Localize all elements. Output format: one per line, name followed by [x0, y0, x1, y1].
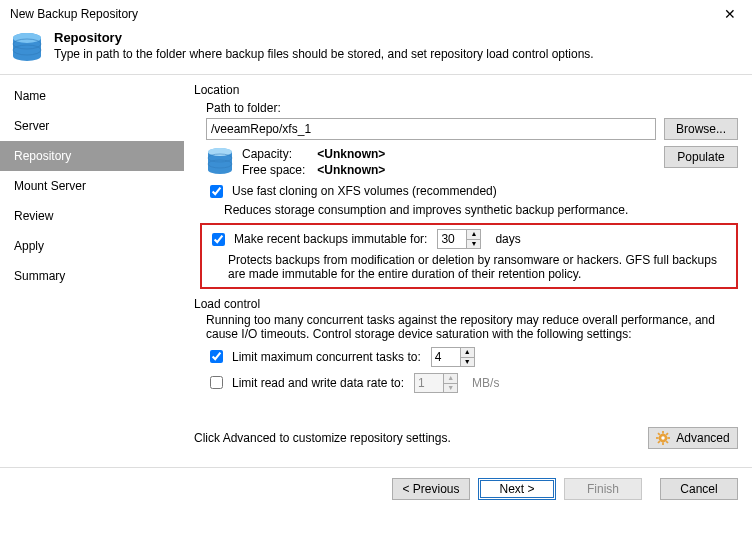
spin-down-icon: ▼ — [444, 384, 457, 393]
svg-point-1 — [13, 33, 41, 43]
page-title: Repository — [54, 30, 594, 45]
spin-up-icon: ▲ — [444, 374, 457, 384]
wizard-nav: Name Server Repository Mount Server Revi… — [0, 75, 184, 467]
close-icon[interactable]: ✕ — [718, 6, 742, 22]
nav-item-name[interactable]: Name — [0, 81, 184, 111]
cancel-button[interactable]: Cancel — [660, 478, 738, 500]
load-section-label: Load control — [194, 297, 738, 311]
fast-clone-label: Use fast cloning on XFS volumes (recomme… — [232, 184, 497, 198]
limit-tasks-stepper[interactable]: ▲ ▼ — [431, 347, 475, 367]
limit-rate-label: Limit read and write data rate to: — [232, 376, 404, 390]
fast-clone-checkbox[interactable] — [210, 185, 223, 198]
advanced-button-label: Advanced — [676, 430, 729, 446]
limit-rate-stepper: ▲ ▼ — [414, 373, 458, 393]
immutable-label: Make recent backups immutable for: — [234, 232, 427, 246]
svg-rect-12 — [656, 437, 659, 439]
content-pane: Location Path to folder: Browse... Capac… — [184, 75, 752, 467]
wizard-header: Repository Type in path to the folder wh… — [0, 26, 752, 74]
path-input[interactable] — [206, 118, 656, 140]
svg-rect-10 — [662, 431, 664, 434]
freespace-label: Free space: — [242, 162, 314, 178]
nav-item-review[interactable]: Review — [0, 201, 184, 231]
capacity-value: <Unknown> — [317, 147, 385, 161]
nav-item-apply[interactable]: Apply — [0, 231, 184, 261]
next-button[interactable]: Next > — [478, 478, 556, 500]
fast-clone-desc: Reduces storage consumption and improves… — [224, 203, 738, 217]
immutable-checkbox[interactable] — [212, 233, 225, 246]
limit-tasks-label: Limit maximum concurrent tasks to: — [232, 350, 421, 364]
immutable-desc: Protects backups from modification or de… — [228, 253, 730, 281]
repository-icon — [10, 30, 44, 64]
nav-item-server[interactable]: Server — [0, 111, 184, 141]
svg-point-9 — [662, 436, 666, 440]
capacity-label: Capacity: — [242, 146, 314, 162]
nav-item-mount-server[interactable]: Mount Server — [0, 171, 184, 201]
limit-tasks-checkbox[interactable] — [210, 350, 223, 363]
populate-button[interactable]: Populate — [664, 146, 738, 168]
limit-rate-checkbox[interactable] — [210, 376, 223, 389]
load-desc: Running too many concurrent tasks agains… — [206, 313, 738, 341]
previous-button[interactable]: < Previous — [392, 478, 470, 500]
spin-up-icon[interactable]: ▲ — [467, 230, 480, 240]
limit-rate-unit: MB/s — [472, 376, 499, 390]
svg-rect-11 — [662, 442, 664, 445]
gear-icon — [656, 431, 670, 445]
spin-up-icon[interactable]: ▲ — [461, 348, 474, 358]
svg-rect-13 — [668, 437, 671, 439]
path-label: Path to folder: — [206, 101, 738, 115]
browse-button[interactable]: Browse... — [664, 118, 738, 140]
immutable-highlight: Make recent backups immutable for: ▲ ▼ d… — [200, 223, 738, 289]
page-description: Type in path to the folder where backup … — [54, 47, 594, 61]
freespace-value: <Unknown> — [317, 163, 385, 177]
immutable-days-stepper[interactable]: ▲ ▼ — [437, 229, 481, 249]
spin-down-icon[interactable]: ▼ — [461, 358, 474, 367]
wizard-footer: < Previous Next > Finish Cancel — [0, 467, 752, 510]
titlebar: New Backup Repository ✕ — [0, 0, 752, 26]
limit-rate-input — [415, 374, 443, 392]
spin-down-icon[interactable]: ▼ — [467, 240, 480, 249]
location-section-label: Location — [194, 83, 738, 97]
limit-tasks-input[interactable] — [432, 348, 460, 366]
advanced-button[interactable]: Advanced — [648, 427, 738, 449]
immutable-unit: days — [495, 232, 520, 246]
nav-item-repository[interactable]: Repository — [0, 141, 184, 171]
immutable-days-input[interactable] — [438, 230, 466, 248]
advanced-hint: Click Advanced to customize repository s… — [194, 431, 451, 445]
storage-icon — [206, 146, 234, 176]
nav-item-summary[interactable]: Summary — [0, 261, 184, 291]
finish-button: Finish — [564, 478, 642, 500]
window-title: New Backup Repository — [10, 7, 138, 21]
svg-point-5 — [208, 148, 232, 156]
